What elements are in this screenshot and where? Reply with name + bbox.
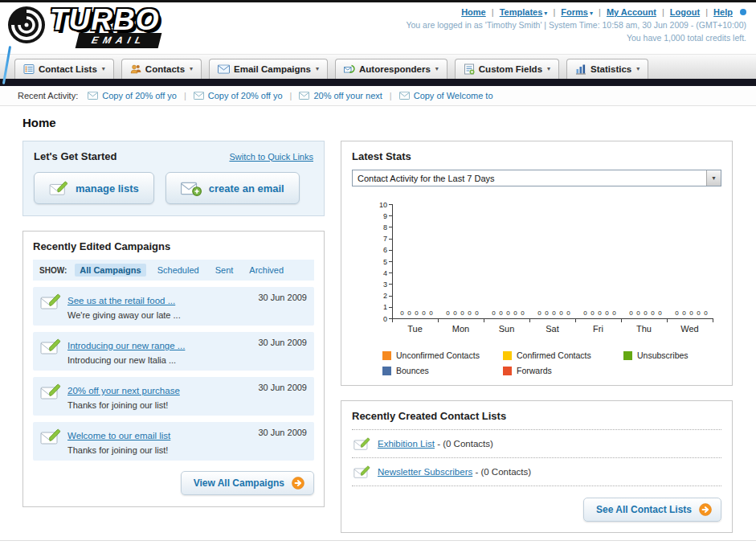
help-indicator-dot bbox=[740, 9, 746, 15]
tab-autoresponders[interactable]: Autoresponders ▾ bbox=[335, 59, 447, 79]
tab-label: Statistics bbox=[590, 64, 631, 74]
nav-underline-bar bbox=[0, 79, 756, 86]
campaign-subtitle: Thanks for joining our list! bbox=[67, 400, 251, 410]
page-title: Home bbox=[22, 116, 756, 129]
contact-list-link[interactable]: Exhibition List bbox=[378, 439, 435, 449]
switch-quick-links-link[interactable]: Switch to Quick Links bbox=[229, 152, 313, 162]
view-all-campaigns-label: View All Campaigns bbox=[194, 477, 284, 489]
separator: | bbox=[492, 7, 494, 17]
chart-x-tick bbox=[575, 319, 576, 322]
contact-list-row[interactable]: Exhibition List - (0 Contacts) bbox=[352, 430, 721, 458]
edit-email-icon bbox=[40, 428, 61, 445]
email-campaigns-icon bbox=[218, 64, 230, 74]
chevron-down-icon: ▾ bbox=[547, 65, 550, 72]
tab-contact-lists[interactable]: Contact Lists ▾ bbox=[14, 59, 114, 79]
arrow-right-icon bbox=[292, 477, 304, 490]
chart-value-label: 0 bbox=[635, 309, 642, 317]
edit-email-icon bbox=[40, 338, 61, 355]
recent-activity-item[interactable]: Copy of 20% off yo bbox=[194, 91, 283, 100]
recent-activity-item[interactable]: 20% off your next bbox=[299, 91, 382, 100]
chart-y-label: 9 bbox=[366, 212, 387, 220]
chart-y-label: 7 bbox=[366, 235, 387, 243]
chart-value-label: 0 bbox=[674, 309, 680, 317]
header-link-help[interactable]: Help bbox=[713, 7, 733, 17]
campaign-title-link[interactable]: 20% off your next purchase bbox=[67, 386, 180, 395]
chart-y-label: 0 bbox=[366, 315, 387, 323]
tab-scheduled[interactable]: Scheduled bbox=[153, 264, 204, 277]
tab-statistics[interactable]: Statistics ▾ bbox=[566, 59, 648, 79]
edit-email-icon bbox=[40, 293, 61, 310]
separator: | bbox=[390, 91, 392, 100]
latest-stats-panel: Latest Stats Contact Activity for the La… bbox=[341, 141, 733, 386]
chart-y-label: 5 bbox=[366, 258, 387, 266]
chevron-down-icon: ▾ bbox=[636, 65, 640, 72]
create-email-label: create an email bbox=[209, 182, 284, 195]
create-email-button[interactable]: create an email bbox=[166, 172, 300, 204]
chart-y-tick bbox=[389, 227, 392, 227]
chart-x-label: Sat bbox=[535, 324, 570, 334]
header-link-templates[interactable]: Templates bbox=[500, 7, 543, 17]
chart-y-tick bbox=[389, 272, 392, 273]
chart-value-label: 0 bbox=[604, 309, 611, 317]
recent-activity-item[interactable]: Copy of 20% off yo bbox=[88, 91, 177, 100]
view-all-campaigns-button[interactable]: View All Campaigns bbox=[181, 471, 314, 495]
legend-swatch bbox=[503, 367, 512, 375]
tab-contacts[interactable]: Contacts ▾ bbox=[121, 59, 202, 79]
campaign-list-item[interactable]: See us at the retail food ... We're givi… bbox=[33, 287, 314, 326]
chart-value-label: 0 bbox=[445, 309, 452, 317]
header-link-logout[interactable]: Logout bbox=[670, 7, 700, 17]
legend-item: Forwards bbox=[503, 366, 623, 375]
chart-y-tick bbox=[389, 261, 392, 262]
recent-activity-link[interactable]: Copy of 20% off yo bbox=[102, 91, 177, 100]
separator: | bbox=[553, 7, 555, 17]
chart-y-tick bbox=[389, 296, 392, 297]
header-link-home[interactable]: Home bbox=[461, 7, 486, 17]
legend-label: Unsubscribes bbox=[637, 350, 689, 360]
contact-list-link[interactable]: Newsletter Subscribers bbox=[378, 467, 472, 477]
recent-activity-link[interactable]: Copy of 20% off yo bbox=[208, 91, 283, 100]
separator: | bbox=[662, 7, 664, 17]
contact-list-row[interactable]: Newsletter Subscribers - (0 Contacts) bbox=[352, 458, 721, 486]
app-window: TURBO EMAIL Home | Templates▾ | Forms▾ |… bbox=[0, 0, 756, 549]
campaign-list-item[interactable]: 20% off your next purchase Thanks for jo… bbox=[33, 377, 314, 416]
campaign-title-link[interactable]: See us at the retail food ... bbox=[67, 296, 175, 305]
campaign-list-item[interactable]: Welcome to our email list Thanks for joi… bbox=[33, 422, 314, 461]
chart-value-label: 0 bbox=[513, 309, 519, 317]
select-dropdown-icon: ▼ bbox=[706, 170, 721, 186]
manage-lists-button[interactable]: manage lists bbox=[34, 172, 154, 204]
chart-y-tick bbox=[389, 307, 392, 308]
chart-value-label: 0 bbox=[590, 309, 596, 317]
email-icon bbox=[399, 92, 410, 100]
stats-period-select[interactable]: Contact Activity for the Last 7 Days ▼ bbox=[352, 170, 721, 186]
email-icon bbox=[88, 92, 98, 100]
campaign-title-link[interactable]: Introducing our new range ... bbox=[67, 341, 185, 350]
recent-activity-item[interactable]: Copy of Welcome to bbox=[399, 91, 493, 100]
tab-sent[interactable]: Sent bbox=[210, 264, 239, 277]
chart-x-label: Mon bbox=[443, 324, 479, 334]
tab-email-campaigns[interactable]: Email Campaigns ▾ bbox=[209, 59, 328, 79]
contact-activity-chart: 012345678910Tue00000Mon00000Sun00000Sat0… bbox=[363, 201, 721, 344]
campaign-list-item[interactable]: Introducing our new range ... Introducin… bbox=[33, 332, 314, 371]
separator: | bbox=[290, 91, 292, 100]
chart-y-label: 8 bbox=[366, 223, 387, 231]
header-link-my-account[interactable]: My Account bbox=[607, 7, 656, 17]
campaign-title-link[interactable]: Welcome to our email list bbox=[67, 431, 170, 440]
tab-all-campaigns[interactable]: All Campaigns bbox=[75, 264, 145, 277]
chart-value-label: 0 bbox=[460, 309, 466, 317]
tab-custom-fields[interactable]: Custom Fields ▾ bbox=[455, 59, 559, 79]
recent-campaigns-title: Recently Edited Campaigns bbox=[33, 240, 314, 252]
recent-activity-link[interactable]: Copy of Welcome to bbox=[414, 91, 493, 100]
tab-label: Email Campaigns bbox=[234, 64, 311, 74]
recent-activity-link[interactable]: 20% off your next bbox=[313, 91, 382, 100]
legend-item: Unsubscribes bbox=[623, 350, 744, 360]
chart-value-label: 0 bbox=[520, 309, 526, 317]
see-all-contact-lists-button[interactable]: See All Contact Lists bbox=[583, 498, 721, 522]
chart-x-tick bbox=[392, 319, 393, 322]
header-link-forms[interactable]: Forms bbox=[561, 7, 588, 17]
turbo-email-logo[interactable]: TURBO EMAIL bbox=[6, 5, 160, 48]
chart-value-label: 0 bbox=[498, 309, 505, 317]
campaign-subtitle: We're giving away our late ... bbox=[67, 310, 251, 320]
tab-archived[interactable]: Archived bbox=[244, 264, 288, 277]
chart-x-label: Sun bbox=[489, 324, 525, 334]
manage-lists-label: manage lists bbox=[76, 182, 139, 195]
